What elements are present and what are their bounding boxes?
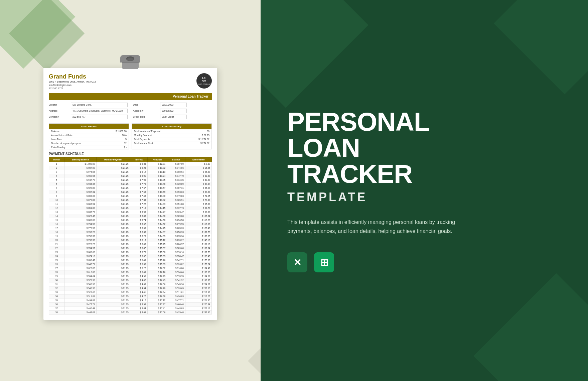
table-cell: 23 [49, 250, 64, 254]
table-cell: $ 13.80 [147, 194, 167, 198]
table-cell: $ 21.25 [97, 218, 130, 222]
table-cell: $ 8.33 [130, 162, 147, 166]
summary-total-payments-row: Total Number of Payment 60 [132, 129, 211, 133]
table-cell: $ 15.12 [147, 238, 167, 242]
col-starting-balance: Starting Balance [64, 157, 97, 162]
table-cell: $ 21.25 [97, 230, 130, 234]
document-title: Personal Loan Tracker [173, 95, 208, 98]
table-cell: $ 765.20 [64, 230, 97, 234]
table-cell: $ 229.17 [185, 306, 211, 310]
table-cell: $ 16.98 [147, 294, 167, 298]
table-cell: $ 168.40 [185, 254, 211, 258]
table-cell: $ 139.03 [185, 234, 211, 238]
table-cell: $ 626.82 [167, 262, 185, 266]
table-cell: $ 78.38 [185, 198, 211, 202]
table-cell: $ 21.25 [97, 302, 130, 306]
table-cell: $ 204.02 [185, 282, 211, 286]
table-cell: 24 [49, 254, 64, 258]
date-input[interactable]: 01/01/2023 [160, 103, 187, 107]
table-cell: $ 477.71 [167, 298, 185, 302]
table-cell: $ 893.63 [64, 194, 97, 198]
table-cell: $ 16.56 [147, 282, 167, 286]
main-title: PERSONAL LOAN TRACKER [287, 109, 561, 187]
table-cell: $ 809.08 [64, 218, 97, 222]
loan-summary-box: Loan Summary Total Number of Payment 60 … [132, 123, 212, 149]
table-cell: $ 511.81 [167, 290, 185, 294]
table-cell: $ 765.20 [167, 226, 185, 230]
table-cell: $ 7.67 [130, 186, 147, 190]
credit-label: Credit Type [133, 116, 158, 118]
table-cell: $ 21.25 [97, 250, 130, 254]
table-cell: $ 6.98 [130, 210, 147, 214]
table-cell: 17 [49, 226, 64, 230]
table-cell: $ 21.25 [97, 290, 130, 294]
table-cell: $ 21.25 [97, 238, 130, 242]
table-cell: $ 494.83 [64, 298, 97, 302]
table-cell: $ 4.82 [130, 278, 147, 282]
credit-input[interactable]: Bank Credit [160, 115, 187, 119]
table-cell: $ 920.89 [167, 182, 185, 186]
table-cell: $ 934.35 [167, 178, 185, 182]
table-cell: $ 560.92 [64, 282, 97, 286]
table-cell: $ 145.16 [185, 238, 211, 242]
table-row: 9$ 893.63$ 21.25$ 7.45$ 13.80$ 879.83$ 7… [49, 194, 212, 198]
table-cell: $ 14.27 [147, 210, 167, 214]
table-cell: $ 208.56 [185, 286, 211, 290]
table-cell: $ 720.22 [167, 238, 185, 242]
table-cell: $ 704.97 [167, 242, 185, 246]
table-cell: $ 947.70 [64, 178, 97, 182]
title-line3: TRACKER [287, 161, 561, 187]
clipboard: Grand Funds 9861 N Beechwood Drive, Anti… [43, 68, 217, 320]
col-balance: Balance [167, 157, 185, 162]
address-label: Address [49, 110, 69, 112]
contact-row: Contact # 222 555 777 [49, 115, 128, 119]
table-cell: $ 920.89 [64, 186, 97, 190]
address-input[interactable]: 4771 Columbia Boulevard, Baltimore, MD 2… [71, 109, 128, 113]
table-cell: $ 511.81 [64, 294, 97, 298]
creditor-input[interactable]: SW Lending Corp. [71, 103, 128, 107]
table-cell: $ 13.46 [147, 182, 167, 186]
table-cell: $ 4.95 [130, 274, 147, 278]
table-row: 12$ 851.88$ 21.25$ 7.10$ 14.15$ 837.73$ … [49, 206, 212, 210]
table-cell: $ 21.25 [97, 190, 130, 194]
table-cell: $ 5.09 [130, 270, 147, 274]
address-row: Address 4771 Columbia Boulevard, Baltimo… [49, 109, 128, 113]
right-content: PERSONAL LOAN TRACKER TEMPLATE This temp… [287, 109, 561, 272]
table-cell: $ 13.92 [147, 198, 167, 202]
table-cell: 36 [49, 302, 64, 306]
table-cell: $ 960.94 [64, 174, 97, 178]
excel-label: ✕ [294, 257, 301, 268]
table-row: 22$ 704.97$ 21.25$ 5.87$ 15.37$ 689.60$ … [49, 246, 212, 250]
left-panel: Grand Funds 9861 N Beechwood Drive, Anti… [0, 0, 261, 381]
total-value: $ 1,274.82 [198, 138, 209, 140]
table-cell: $ 21.25 [97, 262, 130, 266]
table-cell: $ 21.25 [97, 206, 130, 210]
table-cell: $ 7.22 [130, 202, 147, 206]
account-input[interactable]: 999888292 [160, 109, 187, 113]
table-cell: $ 21.25 [97, 186, 130, 190]
table-cell: $ 21.25 [97, 198, 130, 202]
total-payments-label: Total Number of Payment [134, 130, 160, 132]
table-cell: $ 879.83 [167, 194, 185, 198]
table-cell: $ 7.10 [130, 206, 147, 210]
table-cell: $ 947.70 [167, 174, 185, 178]
table-cell: $ 17.27 [147, 302, 167, 306]
sheets-label: ⊞ [320, 257, 328, 268]
table-cell: $ 151.16 [185, 242, 211, 246]
table-cell: 6 [49, 182, 64, 186]
table-cell: $ 40.58 [185, 178, 211, 182]
table-cell: $ 132.78 [185, 230, 211, 234]
contact-input[interactable]: 222 555 777 [71, 115, 128, 119]
table-cell: $ 974.06 [64, 170, 97, 174]
table-cell: 4 [49, 174, 64, 178]
table-cell: $ 735.30 [64, 238, 97, 242]
table-row: 19$ 750.33$ 21.25$ 6.25$ 14.99$ 735.34$ … [49, 234, 212, 238]
table-cell: $ 21.25 [97, 246, 130, 250]
excel-icon[interactable]: ✕ [287, 252, 307, 272]
table-cell: $ 460.44 [167, 302, 185, 306]
sheets-icon[interactable]: ⊞ [314, 252, 334, 272]
table-cell: $ 17.12 [147, 298, 167, 302]
right-shape-2 [494, 0, 588, 94]
table-cell: $ 6.00 [130, 242, 147, 246]
table-cell: $ 779.95 [167, 222, 185, 226]
